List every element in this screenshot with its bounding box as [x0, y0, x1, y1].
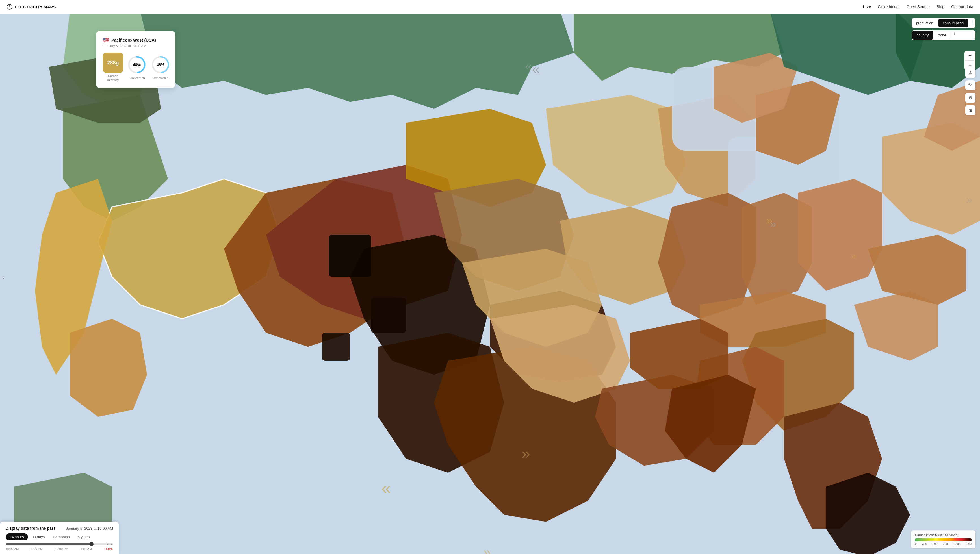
map-arrow-sw: «	[381, 479, 391, 498]
renewable-metric: 48% Renewable	[150, 54, 171, 80]
zoom-in-btn[interactable]: +	[964, 51, 975, 60]
legend-title: Carbon intensity (gCO₂eq/kWh)	[915, 533, 972, 537]
timeline-bar[interactable]: ⟷	[6, 543, 113, 545]
time-label-0: 10:00 AM	[6, 547, 19, 551]
left-panel-toggle[interactable]: ‹	[2, 274, 4, 280]
map[interactable]: « » « » » » » « »	[0, 14, 980, 554]
nav-blog[interactable]: Blog	[937, 5, 944, 9]
popup-title: Pacificorp West (USA)	[112, 38, 156, 42]
nav-live[interactable]: Live	[863, 5, 871, 9]
carbon-label: CarbonIntensity	[107, 74, 119, 82]
low-carbon-metric: 48% Low-carbon	[127, 54, 147, 80]
socal-zone	[70, 319, 147, 417]
translate-icon: A	[969, 71, 972, 75]
timeline-labels: 10:00 AM 4:00 PM 10:00 PM 4:00 AM • LIVE	[6, 547, 113, 551]
view-toggle: country zone i	[911, 30, 975, 40]
map-arrow-n: «	[532, 61, 540, 76]
nav-getdata[interactable]: Get our data	[951, 5, 973, 9]
map-arrow-sw2: »	[521, 445, 530, 462]
translate-btn[interactable]: A	[965, 68, 975, 78]
wind-btn[interactable]	[965, 80, 975, 91]
legend-label-5: 1500	[965, 543, 972, 546]
production-btn[interactable]: production	[911, 18, 938, 28]
legend-label-4: 1200	[953, 543, 960, 546]
bottom-panel: Display data from the past January 5, 20…	[0, 522, 119, 554]
tab-12m[interactable]: 12 months	[49, 533, 74, 540]
map-controls: production consumption i country zone i	[911, 18, 975, 40]
logo-icon	[7, 4, 13, 10]
legend: Carbon intensity (gCO₂eq/kWh) 0 300 600 …	[911, 530, 975, 548]
popup-flag: 🇺🇸	[103, 37, 109, 43]
nav-hiring[interactable]: We're hiring!	[878, 5, 900, 9]
legend-label-1: 300	[923, 543, 927, 546]
time-label-2: 10:00 PM	[55, 547, 68, 551]
consumption-btn[interactable]: consumption	[939, 19, 969, 27]
dark-zone-3	[322, 333, 350, 361]
time-label-1: 4:00 PM	[31, 547, 43, 551]
renewable-circle: 48%	[150, 54, 171, 75]
country-btn[interactable]: country	[912, 31, 933, 40]
legend-gradient	[915, 538, 972, 541]
time-tabs: 24 hours 30 days 12 months 5 years	[6, 533, 113, 540]
tab-5y[interactable]: 5 years	[74, 533, 94, 540]
time-label-3: 4:00 AM	[81, 547, 92, 551]
legend-label-2: 600	[932, 543, 937, 546]
low-carbon-circle: 48%	[127, 54, 147, 75]
map-arrow-far-ne: »	[966, 193, 972, 206]
tab-30d[interactable]: 30 days	[28, 533, 49, 540]
app-name: ELECTRICITY MAPS	[15, 5, 56, 10]
main-nav: Live We're hiring! Open Source Blog Get …	[863, 5, 973, 9]
dark-zone-2	[371, 298, 406, 333]
svg-point-0	[7, 4, 12, 10]
low-carbon-value: 48%	[133, 62, 141, 67]
popup-date: January 5, 2023 at 10:00 AM	[103, 44, 169, 48]
view-info-btn[interactable]: i	[951, 30, 958, 40]
tab-24h[interactable]: 24 hours	[6, 533, 28, 540]
panel-selected-date: January 5, 2023 at 10:00 AM	[66, 526, 113, 530]
darkmode-btn[interactable]: ◑	[965, 105, 975, 115]
expand-timeline-btn[interactable]: ⟷	[107, 542, 112, 546]
panel-title: Display data from the past	[6, 526, 55, 530]
map-arrow-s: »	[483, 544, 491, 554]
popup-card: 🇺🇸 Pacificorp West (USA) January 5, 2023…	[96, 31, 175, 88]
legend-label-3: 900	[943, 543, 948, 546]
timeline-progress	[6, 543, 92, 545]
zone-btn[interactable]: zone	[934, 30, 951, 40]
renewable-value: 48%	[156, 62, 164, 67]
low-carbon-label: Low-carbon	[129, 76, 145, 80]
map-arrow-ne: »	[770, 218, 776, 230]
map-arrow-n2: «	[525, 59, 532, 73]
carbon-intensity-metric: 288g CarbonIntensity	[103, 53, 123, 82]
settings-icon: ⚙	[969, 95, 972, 100]
live-label[interactable]: • LIVE	[104, 547, 113, 551]
renewable-label: Renewable	[153, 76, 168, 80]
legend-labels: 0 300 600 900 1200 1500	[915, 543, 972, 546]
carbon-value: 288g	[107, 60, 119, 66]
map-arrow-e2: »	[851, 251, 856, 261]
side-icons: A ⚙ ◑	[965, 68, 975, 115]
legend-label-0: 0	[915, 543, 917, 546]
moon-icon: ◑	[969, 108, 972, 113]
carbon-value-box: 288g	[103, 53, 123, 73]
header: ELECTRICITY MAPS Live We're hiring! Open…	[0, 0, 980, 14]
dark-zone-1	[329, 235, 371, 277]
zoom-controls: + −	[964, 51, 975, 70]
popup-header: 🇺🇸 Pacificorp West (USA)	[103, 37, 169, 43]
settings-btn[interactable]: ⚙	[965, 93, 975, 103]
nav-opensource[interactable]: Open Source	[907, 5, 930, 9]
timeline-thumb[interactable]	[89, 542, 94, 546]
panel-header-row: Display data from the past January 5, 20…	[6, 526, 113, 530]
mode-info-btn[interactable]: i	[969, 18, 975, 28]
wind-icon	[968, 82, 973, 88]
app-logo[interactable]: ELECTRICITY MAPS	[7, 4, 56, 10]
popup-metrics: 288g CarbonIntensity 48% Low-carbon	[103, 53, 169, 82]
map-container[interactable]: « » « » » » » « »	[0, 14, 980, 554]
mode-toggle: production consumption i	[911, 18, 975, 28]
